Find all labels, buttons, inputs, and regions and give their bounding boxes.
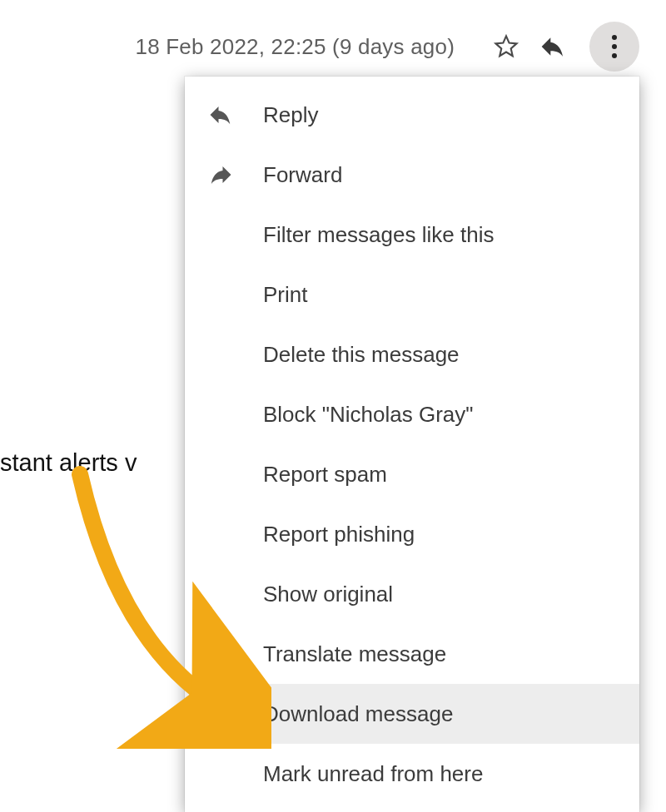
message-header-row: 18 Feb 2022, 22:25 (9 days ago): [136, 22, 639, 72]
menu-item-filter-messages[interactable]: Filter messages like this: [185, 205, 639, 265]
kebab-icon: [612, 35, 617, 58]
menu-item-label: Print: [263, 282, 623, 308]
more-button[interactable]: [589, 22, 639, 72]
menu-item-reply[interactable]: Reply: [185, 85, 639, 145]
forward-icon: [208, 162, 233, 187]
reply-icon: [208, 102, 233, 127]
menu-item-label: Report spam: [263, 462, 623, 488]
menu-item-label: Mark unread from here: [263, 761, 623, 787]
menu-item-mark-unread-from-here[interactable]: Mark unread from here: [185, 744, 639, 804]
menu-item-label: Download message: [263, 701, 623, 727]
menu-item-download-message[interactable]: Download message: [185, 684, 639, 744]
menu-item-report-phishing[interactable]: Report phishing: [185, 504, 639, 564]
menu-item-label: Filter messages like this: [263, 222, 623, 248]
menu-item-label: Delete this message: [263, 342, 623, 368]
menu-item-label: Reply: [263, 102, 623, 128]
menu-item-delete[interactable]: Delete this message: [185, 324, 639, 384]
menu-item-label: Show original: [263, 582, 623, 607]
message-more-menu: Reply Forward Filter messages like this …: [185, 77, 639, 812]
star-outline-icon: [493, 33, 519, 60]
timestamp: 18 Feb 2022, 22:25 (9 days ago): [136, 34, 455, 60]
menu-item-show-original[interactable]: Show original: [185, 564, 639, 624]
menu-item-label: Report phishing: [263, 522, 623, 547]
star-button[interactable]: [490, 30, 523, 63]
reply-button[interactable]: [536, 30, 569, 63]
menu-item-print[interactable]: Print: [185, 265, 639, 324]
body-text-fragment: stant alerts v: [0, 449, 137, 477]
menu-item-forward[interactable]: Forward: [185, 145, 639, 205]
menu-item-report-spam[interactable]: Report spam: [185, 444, 639, 504]
menu-item-label: Block "Nicholas Gray": [263, 402, 623, 428]
menu-item-translate[interactable]: Translate message: [185, 624, 639, 684]
menu-item-block-sender[interactable]: Block "Nicholas Gray": [185, 384, 639, 444]
reply-icon: [539, 33, 566, 60]
menu-item-label: Forward: [263, 162, 623, 188]
menu-item-label: Translate message: [263, 641, 623, 667]
